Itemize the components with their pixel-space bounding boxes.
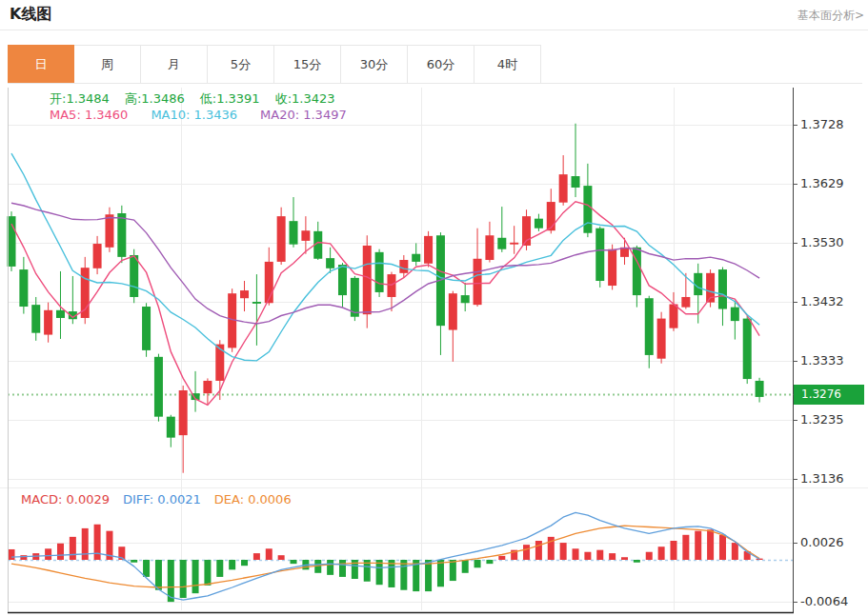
- macd-row-item-0: MACD: 0.0029: [21, 492, 110, 507]
- macd-bar: [646, 552, 653, 560]
- macd-bar: [450, 560, 456, 581]
- fundamental-analysis-link[interactable]: 基本面分析>: [797, 8, 864, 24]
- macd-bar: [425, 560, 432, 591]
- macd-row-item-2: DEA: 0.0006: [214, 492, 292, 507]
- macd-bar: [560, 543, 567, 560]
- macd-bar: [658, 546, 665, 560]
- candle-body: [461, 295, 470, 303]
- price-axis-label: 1.3432: [800, 294, 863, 309]
- macd-bar: [474, 560, 481, 567]
- macd-bar: [719, 535, 726, 560]
- macd-bar: [82, 528, 89, 560]
- tab-period-1[interactable]: 周: [74, 45, 141, 83]
- candle-body: [669, 305, 677, 328]
- tab-period-6[interactable]: 60分: [408, 45, 474, 83]
- macd-bar: [634, 560, 640, 563]
- candle-body: [595, 229, 604, 281]
- macd-bar: [155, 560, 162, 590]
- macd-bar: [45, 548, 51, 560]
- candle-body: [387, 274, 395, 297]
- candle-body: [657, 319, 666, 359]
- ma-row-item-1: MA10: 1.3436: [151, 108, 237, 122]
- candle-body: [608, 249, 616, 286]
- period-tabbar: 日周月5分15分30分60分4时: [8, 45, 862, 84]
- macd-bar: [584, 552, 591, 560]
- candle-body: [31, 305, 40, 333]
- candle-body: [277, 216, 286, 262]
- macd-bar: [216, 560, 223, 577]
- macd-bar: [266, 548, 273, 560]
- candle-body: [474, 259, 482, 305]
- candle-body: [547, 202, 555, 230]
- macd-bar: [253, 553, 260, 560]
- candle-body: [117, 213, 126, 257]
- candle-body: [130, 255, 138, 297]
- macd-bar: [707, 529, 714, 560]
- candle-body: [56, 310, 65, 318]
- macd-bar: [241, 560, 248, 566]
- ohlc-readout: 开:1.3484高:1.3486低:1.3391收:1.3423: [50, 90, 351, 108]
- price-axis-label: 1.3530: [800, 235, 863, 250]
- macd-bar: [609, 553, 616, 560]
- price-axis-label: 1.3136: [800, 471, 863, 487]
- candle-body: [240, 290, 249, 298]
- candle-body: [645, 298, 654, 355]
- macd-bar: [573, 548, 579, 560]
- macd-axis-label: 0.0026: [800, 535, 863, 550]
- candle-body: [81, 268, 90, 318]
- candle-body: [449, 293, 457, 329]
- tab-period-5[interactable]: 30分: [341, 45, 408, 83]
- macd-bar: [131, 560, 137, 563]
- price-axis-label: 1.3629: [800, 176, 863, 191]
- candle-body: [375, 252, 384, 292]
- candle-body: [743, 319, 752, 379]
- current-price-tag: 1.3276: [794, 385, 864, 405]
- macd-readout: MACD: 0.0029DIFF: 0.0021DEA: 0.0006: [21, 492, 305, 507]
- candle-body: [583, 186, 592, 233]
- macd-bar: [682, 535, 689, 560]
- macd-bar: [57, 544, 64, 560]
- candle-body: [44, 310, 52, 335]
- candle-body: [731, 308, 739, 321]
- candle-body: [179, 390, 188, 435]
- candle-body: [142, 307, 151, 350]
- macd-bar: [327, 560, 333, 575]
- macd-bar: [20, 555, 27, 560]
- macd-bar: [462, 560, 469, 573]
- candle-body: [338, 265, 347, 295]
- candle-body: [93, 244, 102, 268]
- tab-period-3[interactable]: 5分: [208, 45, 274, 83]
- candle-body: [756, 381, 764, 397]
- macd-bar: [291, 560, 297, 564]
- candle-body: [167, 417, 175, 438]
- tab-period-0[interactable]: 日: [8, 45, 74, 83]
- candle-body: [497, 238, 506, 249]
- candle-body: [105, 214, 113, 248]
- macd-bar: [498, 556, 505, 560]
- candle-body: [510, 243, 518, 245]
- price-axis-label: 1.3235: [800, 412, 863, 427]
- title-divider: [0, 30, 868, 30]
- tab-period-2[interactable]: 月: [141, 45, 208, 83]
- macd-bar: [9, 549, 15, 560]
- candle-body: [559, 174, 568, 203]
- candle-body: [535, 219, 543, 229]
- macd-bar: [621, 557, 628, 560]
- candle-body: [399, 260, 408, 273]
- candle-body: [154, 357, 163, 417]
- tab-period-4[interactable]: 15分: [274, 45, 341, 83]
- candle-body: [412, 254, 420, 262]
- candle-body: [301, 230, 310, 241]
- macd-bar: [70, 537, 76, 560]
- tab-period-7[interactable]: 4时: [474, 45, 541, 83]
- macd-bar: [94, 525, 101, 560]
- macd-bar: [204, 560, 211, 586]
- candle-body: [19, 269, 28, 307]
- kline-page: K线图 基本面分析> 日周月5分15分30分60分4时 开:1.3484高:1.…: [0, 0, 868, 616]
- candle-body: [252, 302, 261, 304]
- macd-row-item-1: DIFF: 0.0021: [123, 492, 201, 507]
- macd-bar: [732, 543, 738, 560]
- candle-body: [424, 236, 433, 264]
- ma-row-item-2: MA20: 1.3497: [260, 108, 347, 122]
- candle-body: [215, 345, 224, 381]
